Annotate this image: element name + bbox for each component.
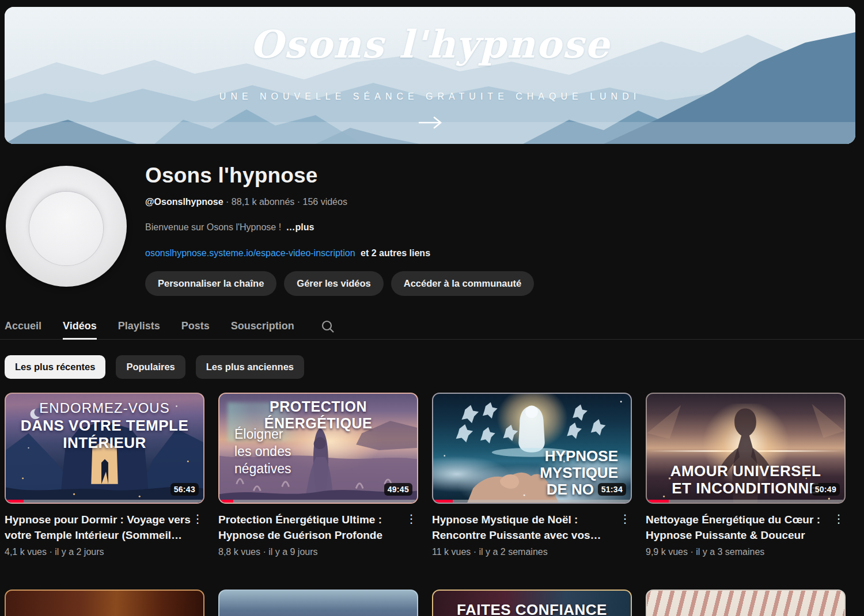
channel-name: Osons l'hypnose	[145, 163, 534, 188]
video-title[interactable]: Hypnose Mystique de Noël : Rencontre Pui…	[432, 512, 618, 543]
video-card: FAITES CONFIANCE	[432, 590, 632, 616]
video-thumbnail[interactable]: PROTECTION ÉNERGÉTIQUE Éloigner les onde…	[218, 393, 418, 504]
description-more-link[interactable]: …plus	[286, 222, 314, 232]
video-title[interactable]: Protection Énergétique Ultime : Hypnose …	[218, 512, 404, 543]
banner-subtitle: UNE NOUVELLE SÉANCE GRATUITE CHAQUE LUND…	[5, 92, 855, 102]
light-rays-art	[647, 591, 844, 616]
video-thumbnail[interactable]: FAITES CONFIANCE	[432, 590, 632, 616]
video-grid: ENDORMEZ-VOUS DANS VOTRE TEMPLE INTÉRIEU…	[0, 379, 864, 616]
duration-badge: 49:45	[384, 483, 412, 496]
video-meta: 4,1 k vues · il y a 2 jours	[5, 547, 191, 557]
watch-progress-bar	[433, 500, 631, 503]
video-card: AMOUR UNIVERSEL ET INCONDITIONNE 50:49 N…	[646, 393, 846, 557]
watch-progress-bar	[647, 500, 844, 503]
more-vertical-icon[interactable]: ⋮	[618, 512, 632, 557]
channel-stats: · 88,1 k abonnés · 156 vidéos	[226, 197, 347, 207]
video-title[interactable]: Nettoyage Énergétique du Cœur : Hypnose …	[646, 512, 832, 543]
video-meta: 8,8 k vues · il y a 9 jours	[218, 547, 404, 557]
channel-header: Osons l'hypnose @Osonslhypnose · 88,1 k …	[0, 144, 864, 296]
tab-accueil[interactable]: Accueil	[5, 314, 41, 340]
channel-handle: @Osonslhypnose	[145, 197, 223, 207]
video-thumbnail[interactable]: HYPNOSE MYSTIQUE DE NO 51:34	[432, 393, 632, 504]
video-thumbnail[interactable]: AMOUR UNIVERSEL ET INCONDITIONNE 50:49	[646, 393, 846, 504]
filter-chip-bar: Les plus récentes Populaires Les plus an…	[0, 340, 864, 379]
thumbnail-overlay-text: FAITES CONFIANCE	[433, 601, 631, 616]
channel-links: osonslhypnose.systeme.io/espace-video-in…	[145, 248, 534, 258]
video-thumbnail[interactable]	[646, 590, 846, 616]
chip-populaires[interactable]: Populaires	[116, 355, 185, 379]
banner-title: Osons l'hypnose	[5, 22, 855, 67]
channel-meta: @Osonslhypnose · 88,1 k abonnés · 156 vi…	[145, 197, 534, 207]
video-thumbnail[interactable]: ENDORMEZ-VOUS DANS VOTRE TEMPLE INTÉRIEU…	[5, 393, 204, 504]
more-vertical-icon[interactable]: ⋮	[404, 512, 418, 557]
channel-avatar	[6, 166, 127, 287]
video-thumbnail[interactable]	[5, 590, 204, 616]
channel-extra-links[interactable]: et 2 autres liens	[361, 248, 430, 258]
community-button[interactable]: Accéder à la communauté	[391, 271, 535, 296]
tab-videos[interactable]: Vidéos	[63, 314, 97, 340]
video-thumbnail[interactable]	[218, 590, 418, 616]
tab-souscription[interactable]: Souscription	[231, 314, 294, 340]
channel-banner: Osons l'hypnose UNE NOUVELLE SÉANCE GRAT…	[5, 7, 855, 144]
tab-posts[interactable]: Posts	[181, 314, 210, 340]
video-card	[218, 590, 418, 616]
chip-les-plus-anciennes[interactable]: Les plus anciennes	[196, 355, 304, 379]
duration-badge: 56:43	[170, 483, 199, 496]
channel-primary-link[interactable]: osonslhypnose.systeme.io/espace-video-in…	[145, 248, 355, 258]
manage-videos-button[interactable]: Gérer les vidéos	[284, 271, 383, 296]
watch-progress-bar	[219, 500, 417, 503]
watch-progress-bar	[6, 500, 203, 503]
customize-channel-button[interactable]: Personnaliser la chaîne	[145, 271, 276, 296]
video-card: HYPNOSE MYSTIQUE DE NO 51:34 Hypnose Mys…	[432, 393, 632, 557]
thumbnail-overlay-text: ENDORMEZ-VOUS DANS VOTRE TEMPLE INTÉRIEU…	[6, 400, 203, 451]
channel-description[interactable]: Bienvenue sur Osons l'Hypnose ! …plus	[145, 222, 534, 233]
thumbnail-overlay-side-text: Éloigner les ondes négatives	[234, 425, 291, 477]
more-vertical-icon[interactable]: ⋮	[191, 512, 204, 557]
tab-playlists[interactable]: Playlists	[118, 314, 160, 340]
duration-badge: 50:49	[812, 483, 840, 496]
video-title[interactable]: Hypnose pour Dormir : Voyage vers votre …	[5, 512, 191, 543]
more-vertical-icon[interactable]: ⋮	[832, 512, 846, 557]
video-card: ENDORMEZ-VOUS DANS VOTRE TEMPLE INTÉRIEU…	[5, 393, 204, 557]
video-meta: 9,9 k vues · il y a 3 semaines	[646, 547, 832, 557]
chip-les-plus-recentes[interactable]: Les plus récentes	[5, 355, 105, 379]
arrow-right-icon	[5, 114, 855, 134]
video-card	[646, 590, 846, 616]
channel-tabs: Accueil Vidéos Playlists Posts Souscript…	[0, 313, 864, 340]
duration-badge: 51:34	[598, 483, 626, 496]
video-card: PROTECTION ÉNERGÉTIQUE Éloigner les onde…	[218, 393, 418, 557]
search-icon[interactable]	[320, 319, 335, 334]
video-card	[5, 590, 204, 616]
video-meta: 11 k vues · il y a 2 semaines	[432, 547, 618, 557]
